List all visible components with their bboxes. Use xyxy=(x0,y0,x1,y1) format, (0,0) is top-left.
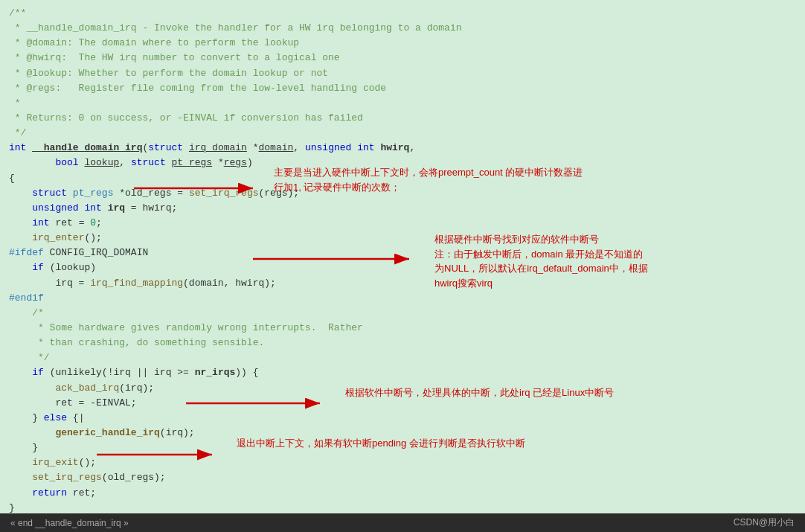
arrow3-svg xyxy=(186,392,335,414)
arrow2-svg xyxy=(253,248,424,270)
code-line: int ret = 0; xyxy=(9,216,716,231)
code-line: unsigned int irq = hwirq; xyxy=(9,201,716,216)
code-line: * @hwirq: The HW irq number to convert t… xyxy=(9,51,716,65)
code-line: } else {| xyxy=(9,411,716,426)
annotation3: 根据软件中断号，处理具体的中断，此处irq 已经是Linux中断号 xyxy=(345,385,614,400)
code-line: /* xyxy=(9,306,716,321)
code-line: * __handle_domain_irq - Invoke the handl… xyxy=(9,21,716,36)
annotation1: 主要是当进入硬件中断上下文时，会将preempt_count 的硬中断计数器进行… xyxy=(274,165,586,194)
arrow4-svg xyxy=(97,443,227,466)
code-line: set_irq_regs(old_regs); xyxy=(9,470,716,485)
code-line: /** xyxy=(9,6,716,21)
code-line: int __handle_domain_irq(struct irq_domai… xyxy=(9,141,716,156)
code-line: #endif xyxy=(9,291,716,306)
footer-right: CSDN@用小白 xyxy=(734,516,795,529)
code-line: * xyxy=(9,96,716,111)
footer-bar: « end __handle_domain_irq » CSDN@用小白 xyxy=(0,513,805,532)
arrow1-svg xyxy=(134,177,268,199)
code-line: */ xyxy=(9,126,716,141)
code-line: * @domain: The domain where to perform t… xyxy=(9,36,716,51)
code-line: if (unlikely(!irq || irq >= nr_irqs)) { xyxy=(9,365,716,380)
code-line: */ xyxy=(9,350,716,365)
code-line: * than crashing, do something sensible. xyxy=(9,336,716,350)
code-line: * @regs: Register file coming from the l… xyxy=(9,81,716,96)
code-line: * Returns: 0 on success, or -EINVAL if c… xyxy=(9,111,716,126)
annotation4: 退出中断上下文，如果有软中断pending 会进行判断是否执行软中断 xyxy=(237,436,525,451)
code-line: * @lookup: Whether to perform the domain… xyxy=(9,66,716,81)
annotation2: 根据硬件中断号找到对应的软件中断号注：由于触发中断后，domain 最开始是不知… xyxy=(434,232,648,290)
footer-left: « end __handle_domain_irq » xyxy=(10,518,129,528)
code-line: return ret; xyxy=(9,486,716,501)
code-line: * Some hardware gives randomly wrong int… xyxy=(9,321,716,336)
